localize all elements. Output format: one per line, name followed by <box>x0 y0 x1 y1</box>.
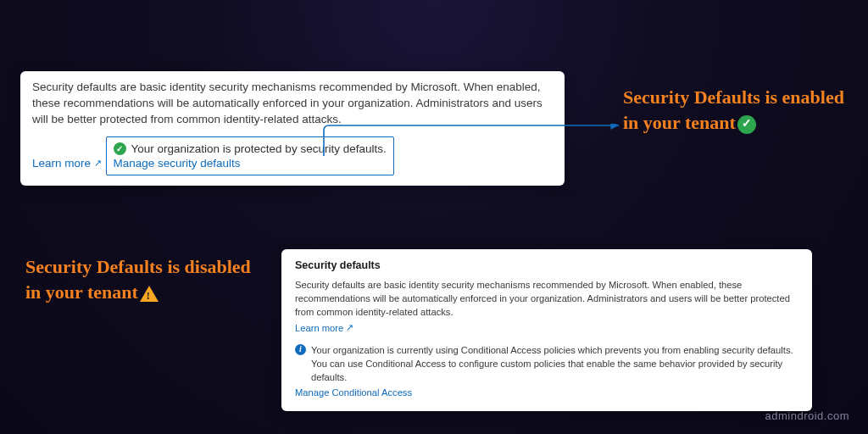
warning-triangle-icon <box>140 286 159 302</box>
enabled-callout-text: Security Defaults is enabled in your ten… <box>623 86 844 133</box>
learn-more-link-bottom[interactable]: Learn more ↗ <box>295 322 353 333</box>
info-status-line: Your organization is currently using Con… <box>295 343 798 385</box>
info-status-text: Your organization is currently using Con… <box>311 343 798 385</box>
watermark-text: admindroid.com <box>765 409 850 422</box>
disabled-description: Security defaults are basic identity sec… <box>295 278 798 320</box>
learn-more-label: Learn more <box>32 157 91 170</box>
manage-security-defaults-link[interactable]: Manage security defaults <box>114 157 387 170</box>
external-link-icon: ↗ <box>94 158 102 169</box>
learn-more-link[interactable]: Learn more ↗ <box>32 157 102 170</box>
disabled-callout: Security Defaults is disabled in your te… <box>25 254 263 304</box>
enabled-status-box: Your organization is protected by securi… <box>106 136 394 175</box>
enabled-status-text: Your organization is protected by securi… <box>131 142 387 155</box>
external-link-icon: ↗ <box>346 322 353 333</box>
learn-more-label-bottom: Learn more <box>295 323 343 333</box>
enabled-status-line: Your organization is protected by securi… <box>114 142 387 155</box>
enabled-description: Security defaults are basic identity sec… <box>32 80 553 128</box>
panel-heading: Security defaults <box>295 259 798 271</box>
security-defaults-enabled-panel: Security defaults are basic identity sec… <box>20 71 565 186</box>
check-circle-icon <box>737 115 756 134</box>
info-circle-icon <box>295 344 306 355</box>
enabled-callout: Security Defaults is enabled in your ten… <box>623 85 852 135</box>
disabled-callout-text: Security Defaults is disabled in your te… <box>25 256 251 303</box>
check-circle-icon <box>114 142 126 155</box>
manage-conditional-access-link[interactable]: Manage Conditional Access <box>295 387 412 398</box>
security-defaults-disabled-panel: Security defaults Security defaults are … <box>281 249 812 411</box>
